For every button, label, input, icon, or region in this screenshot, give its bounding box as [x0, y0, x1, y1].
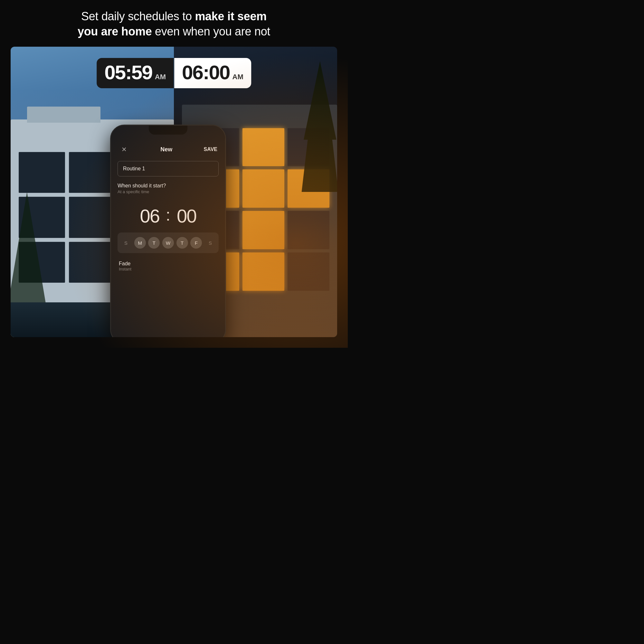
- header-text: Set daily schedules to make it seem you …: [26, 9, 322, 39]
- close-icon: ✕: [121, 146, 127, 153]
- day-item-t[interactable]: T: [148, 237, 160, 249]
- phone-mockup: ✕ New SAVE Routine 1 When should it star…: [110, 125, 226, 337]
- day-item-w[interactable]: W: [162, 237, 174, 249]
- time-right-ampm: AM: [232, 73, 243, 81]
- window: [69, 242, 115, 283]
- day-item-f[interactable]: F: [190, 237, 202, 249]
- fade-section[interactable]: Fade Instant: [118, 258, 219, 274]
- window: [69, 152, 115, 193]
- window-right-lit: [242, 169, 284, 208]
- phone-header: ✕ New SAVE: [118, 142, 219, 161]
- day-item-s[interactable]: S: [120, 237, 132, 249]
- main-image-area: 05:59 AM 06:00 AM ✕ New SAVE Routine 1: [11, 47, 337, 337]
- time-separator: :: [166, 206, 170, 224]
- save-button[interactable]: SAVE: [204, 147, 217, 152]
- time-left-digits: 05:59: [104, 62, 152, 82]
- time-left-ampm: AM: [155, 73, 166, 81]
- day-item-s[interactable]: S: [204, 237, 216, 249]
- schedule-sublabel: At a specific time: [118, 189, 219, 194]
- window-right-lit: [242, 128, 284, 166]
- minute-picker[interactable]: 00: [177, 207, 196, 225]
- header-section: Set daily schedules to make it seem you …: [0, 0, 348, 46]
- fade-label: Fade: [119, 261, 217, 267]
- schedule-label: When should it start?: [118, 183, 219, 189]
- hour-picker[interactable]: 06: [140, 207, 160, 225]
- day-item-m[interactable]: M: [134, 237, 146, 249]
- fade-sublabel: Instant: [119, 267, 217, 271]
- close-button[interactable]: ✕: [119, 144, 129, 155]
- time-display: 05:59 AM 06:00 AM: [97, 58, 251, 88]
- time-box-left: 05:59 AM: [97, 58, 174, 88]
- time-picker[interactable]: 06 : 00: [118, 203, 219, 232]
- day-selector[interactable]: SMTWTFS: [118, 232, 219, 253]
- day-item-t[interactable]: T: [176, 237, 188, 249]
- window: [69, 197, 115, 238]
- schedule-section: When should it start? At a specific time: [118, 183, 219, 199]
- routine-input-value: Routine 1: [123, 166, 145, 171]
- time-right-digits: 06:00: [182, 62, 230, 82]
- phone-content: ✕ New SAVE Routine 1 When should it star…: [111, 126, 225, 337]
- time-box-right: 06:00 AM: [174, 58, 251, 88]
- window: [19, 152, 65, 193]
- phone-title: New: [160, 146, 172, 153]
- routine-name-input[interactable]: Routine 1: [118, 161, 219, 176]
- phone-notch: [149, 126, 187, 135]
